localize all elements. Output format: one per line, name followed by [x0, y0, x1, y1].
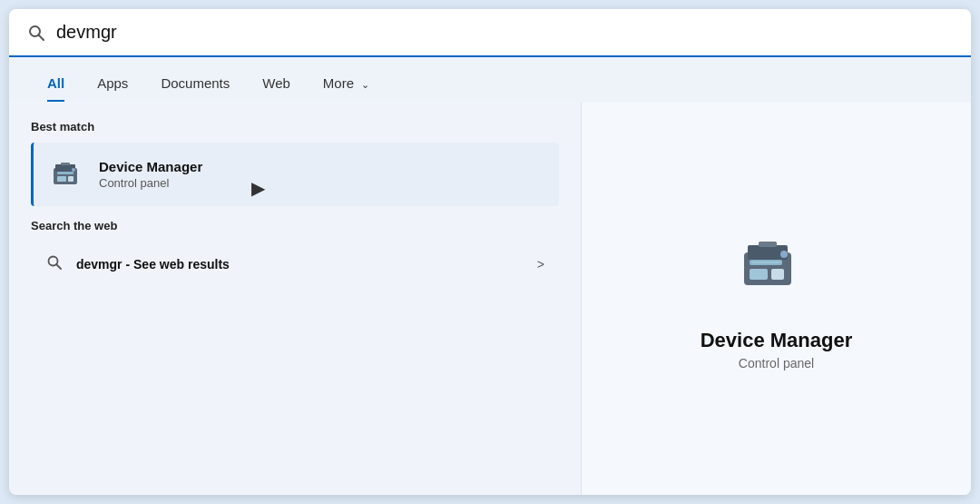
web-search-text: devmgr - See web results — [76, 257, 537, 272]
svg-rect-17 — [759, 242, 777, 247]
tab-web[interactable]: Web — [246, 68, 307, 102]
svg-rect-5 — [57, 176, 66, 182]
device-manager-icon-large — [733, 227, 820, 314]
best-match-title: Device Manager — [99, 159, 202, 174]
detail-subtitle: Control panel — [739, 356, 814, 371]
web-search-row[interactable]: devmgr - See web results > — [31, 242, 559, 287]
web-search-icon — [45, 254, 64, 274]
search-panel: All Apps Documents Web More ⌄ Best match — [9, 9, 971, 495]
tab-more[interactable]: More ⌄ — [307, 68, 386, 102]
svg-rect-4 — [57, 172, 74, 174]
main-content: Best match Device — [9, 102, 971, 495]
web-search-label: Search the web — [31, 219, 559, 232]
svg-rect-8 — [61, 163, 70, 165]
cursor-icon: ▶ — [251, 177, 265, 199]
svg-rect-18 — [751, 262, 780, 263]
svg-line-10 — [56, 264, 61, 269]
tabs-row: All Apps Documents Web More ⌄ — [9, 57, 971, 102]
chevron-down-icon: ⌄ — [361, 79, 369, 90]
tab-apps[interactable]: Apps — [81, 68, 144, 102]
svg-line-1 — [39, 35, 44, 40]
search-input[interactable] — [56, 22, 953, 43]
svg-rect-15 — [771, 269, 784, 280]
best-match-label: Best match — [31, 120, 559, 133]
svg-rect-14 — [750, 269, 768, 280]
tab-all[interactable]: All — [31, 68, 81, 102]
best-match-subtitle: Control panel — [99, 176, 202, 190]
detail-title: Device Manager — [701, 329, 853, 352]
web-search-section: Search the web devmgr - See web results … — [31, 219, 559, 287]
search-bar — [9, 9, 971, 57]
device-manager-icon-small — [48, 155, 86, 193]
svg-rect-6 — [68, 176, 74, 182]
right-pane: Device Manager Control panel — [581, 102, 971, 495]
left-pane: Best match Device — [9, 102, 581, 495]
svg-point-16 — [780, 251, 788, 258]
best-match-item[interactable]: Device Manager Control panel ▶ — [31, 143, 559, 206]
web-search-arrow-icon: > — [537, 257, 544, 272]
tab-documents[interactable]: Documents — [144, 68, 246, 102]
best-match-text: Device Manager Control panel — [99, 159, 202, 190]
search-icon — [27, 24, 45, 42]
svg-point-7 — [72, 168, 75, 172]
